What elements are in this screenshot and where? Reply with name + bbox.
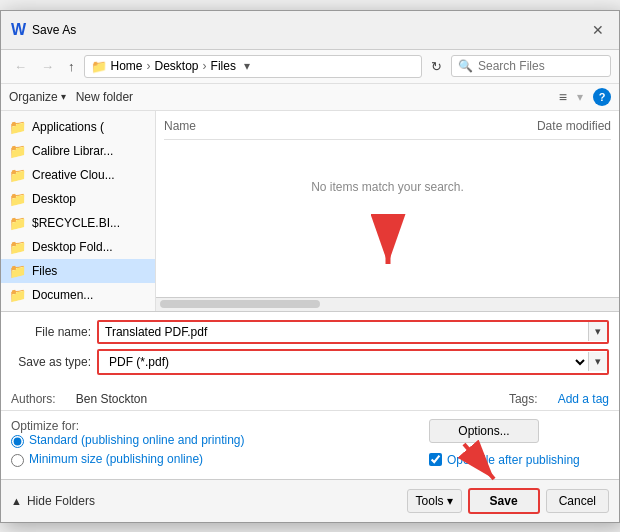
watermark: groovyPost.com [164,287,611,297]
save-as-label: Save as type: [11,355,91,369]
cancel-button[interactable]: Cancel [546,489,609,513]
breadcrumb[interactable]: 📁 Home › Desktop › Files ▾ [84,55,423,78]
breadcrumb-home: Home [111,59,143,73]
sidebar-item-applications[interactable]: 📁 Applications ( [1,115,155,139]
radio-minimum: Minimum size (publishing online) [11,452,409,467]
col-date: Date modified [537,119,611,133]
save-as-arrow[interactable]: ▾ [588,352,607,371]
sidebar-item-recycle[interactable]: 📁 $RECYCLE.BI... [1,211,155,235]
save-as-select[interactable]: PDF (*.pdf) [99,351,588,373]
meta-row: Authors: Ben Stockton Tags: Add a tag [1,388,619,410]
col-name: Name [164,119,196,133]
svg-line-3 [464,444,494,479]
navigation-toolbar: ← → ↑ 📁 Home › Desktop › Files ▾ ↻ 🔍 [1,50,619,84]
title-bar: W Save As ✕ [1,11,619,50]
save-as-select-wrap: PDF (*.pdf) ▾ [97,349,609,375]
folder-icon: 📁 [9,191,26,207]
sidebar: 📁 Applications ( 📁 Calibre Librar... 📁 C… [1,111,156,311]
file-name-dropdown[interactable]: ▾ [588,322,607,341]
file-name-row: File name: ▾ [11,320,609,344]
file-area-wrapper: Name Date modified No items match your s… [156,111,619,311]
red-arrow-down [363,214,413,274]
help-button[interactable]: ? [593,88,611,106]
search-icon: 🔍 [458,59,473,73]
refresh-button[interactable]: ↻ [426,56,447,77]
search-bar: 🔍 [451,55,611,77]
radio-standard-input[interactable] [11,435,24,448]
save-as-row: Save as type: PDF (*.pdf) ▾ [11,349,609,375]
folder-icon: 📁 [9,119,26,135]
save-arrow-svg [454,439,504,489]
bottom-right-actions: Tools ▾ Save Cancel [407,488,609,514]
sidebar-item-creative[interactable]: 📁 Creative Clou... [1,163,155,187]
bottom-wrapper: ▲ Hide Folders Tools ▾ Save Cancel [1,479,619,522]
authors-value: Ben Stockton [76,392,147,406]
new-folder-button[interactable]: New folder [76,90,133,104]
tools-arrow-icon: ▾ [447,494,453,508]
sidebar-item-desktopfold[interactable]: 📁 Desktop Fold... [1,235,155,259]
file-name-input[interactable] [99,322,588,342]
breadcrumb-dropdown[interactable]: ▾ [244,59,250,73]
radio-standard-label[interactable]: Standard (publishing online and printing… [29,433,244,447]
radio-minimum-input[interactable] [11,454,24,467]
folder-icon: 📁 [91,59,107,74]
main-content: 📁 Applications ( 📁 Calibre Librar... 📁 C… [1,111,619,311]
chevron-up-icon: ▲ [11,495,22,507]
close-button[interactable]: ✕ [587,19,609,41]
add-tag-link[interactable]: Add a tag [558,392,609,406]
breadcrumb-files: Files [211,59,236,73]
sidebar-item-calibre[interactable]: 📁 Calibre Librar... [1,139,155,163]
sidebar-item-files[interactable]: 📁 Files [1,259,155,283]
up-button[interactable]: ↑ [63,56,80,77]
folder-icon: 📁 [9,167,26,183]
breadcrumb-desktop: Desktop [155,59,199,73]
authors-label: Authors: [11,392,56,406]
sidebar-item-desktop[interactable]: 📁 Desktop [1,187,155,211]
folder-icon: 📁 [9,143,26,159]
save-arrow-indicator [454,439,504,492]
optimize-group: Optimize for: Standard (publishing onlin… [11,419,409,471]
search-input[interactable] [478,59,604,73]
folder-icon: 📁 [9,287,26,303]
word-icon: W [11,21,26,39]
optimize-label: Optimize for: [11,419,79,433]
open-after-checkbox[interactable] [429,453,442,466]
radio-minimum-label[interactable]: Minimum size (publishing online) [29,452,203,466]
open-after-row: Open file after publishing [429,453,580,467]
tags-label: Tags: [509,392,538,406]
right-actions: Options... Open file after publishing [409,419,609,471]
no-items-message: No items match your search. [164,140,611,204]
folder-icon: 📁 [9,263,26,279]
view-toggle-button[interactable]: ≡ [559,89,567,105]
form-section: File name: ▾ Save as type: PDF (*.pdf) ▾ [1,311,619,388]
file-area: Name Date modified No items match your s… [156,111,619,297]
radio-standard: Standard (publishing online and printing… [11,433,409,448]
tools-button[interactable]: Tools ▾ [407,489,462,513]
dialog-title: Save As [32,23,76,37]
sidebar-item-documents[interactable]: 📁 Documen... [1,283,155,307]
file-name-input-wrap: ▾ [97,320,609,344]
bottom-bar: ▲ Hide Folders Tools ▾ Save Cancel [1,479,619,522]
back-button[interactable]: ← [9,56,32,77]
file-name-label: File name: [11,325,91,339]
organize-button[interactable]: Organize ▾ [9,90,66,104]
horizontal-scrollbar[interactable] [156,297,619,311]
hide-folders-button[interactable]: ▲ Hide Folders [11,494,95,508]
save-as-dialog: W Save As ✕ ← → ↑ 📁 Home › Desktop › Fil… [0,10,620,523]
file-list-header: Name Date modified [164,119,611,140]
folder-icon: 📁 [9,215,26,231]
options-section: Optimize for: Standard (publishing onlin… [1,410,619,479]
folder-icon: 📁 [9,239,26,255]
forward-button[interactable]: → [36,56,59,77]
